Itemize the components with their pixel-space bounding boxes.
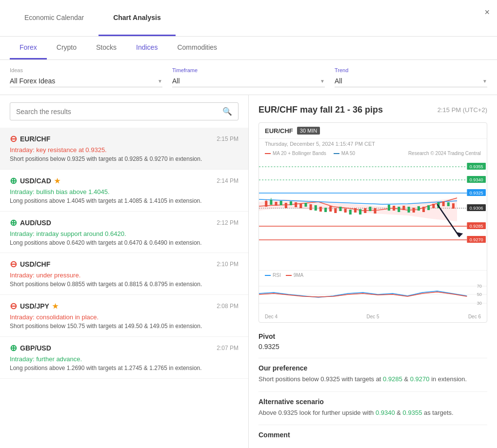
chart-area: 0.9355 0.9340 0.9325 0.9306 0.9285 [259, 158, 487, 270]
search-box[interactable]: 🔍 [10, 102, 239, 120]
search-input[interactable] [16, 108, 222, 116]
timeframe-label: Timeframe [172, 67, 325, 73]
list-item-header: ⊖ EUR/CHF 2:15 PM [10, 134, 239, 144]
svg-rect-21 [319, 207, 322, 212]
list-item[interactable]: ⊕ GBP/USD 2:07 PM Intraday: further adva… [0, 337, 248, 379]
star-icon: ★ [54, 177, 60, 185]
svg-text:0.9270: 0.9270 [470, 237, 483, 242]
right-header: EUR/CHF may fall 21 - 36 pips 2:15 PM (U… [258, 105, 487, 115]
modal-container: Economic Calendar Chart Analysis × Forex… [0, 0, 497, 448]
list-item-time: 2:08 PM [217, 303, 239, 310]
svg-rect-14 [285, 203, 287, 208]
svg-rect-26 [344, 209, 347, 213]
star-icon: ★ [52, 302, 59, 310]
ideas-arrow: ▼ [158, 78, 162, 84]
legend-ma50: MA 50 [334, 151, 355, 156]
svg-text:0.9355: 0.9355 [470, 164, 483, 169]
svg-text:0.9306: 0.9306 [470, 206, 483, 211]
filters: Ideas All Forex Ideas ▼ Timeframe All ▼ … [0, 60, 497, 95]
list-item[interactable]: ⊖ EUR/CHF 2:15 PM Intraday: key resistan… [0, 128, 248, 170]
svg-rect-22 [324, 208, 327, 212]
main-content: 🔍 ⊖ EUR/CHF 2:15 PM Intraday: key resist… [0, 95, 497, 448]
svg-rect-13 [280, 201, 282, 205]
list-item-desc: Long positions above 1.2690 with targets… [10, 364, 239, 372]
ideas-select[interactable]: All Forex Ideas ▼ [10, 75, 162, 87]
svg-rect-27 [349, 210, 352, 214]
preference-section: Our preference Short positions below 0.9… [258, 364, 487, 384]
svg-rect-18 [304, 203, 307, 207]
svg-rect-36 [402, 206, 405, 210]
chart-date-2: Dec 5 [366, 314, 379, 319]
trend-select[interactable]: All ▼ [335, 75, 487, 87]
divider [258, 425, 487, 425]
svg-rect-32 [374, 208, 377, 214]
alternative-section: Alternative scenario Above 0.9325 look f… [258, 398, 487, 418]
trend-arrow: ▼ [482, 78, 487, 84]
search-icon: 🔍 [222, 107, 232, 116]
svg-rect-42 [432, 204, 435, 208]
ideas-filter: Ideas All Forex Ideas ▼ [10, 67, 162, 87]
list-item-trend: Intraday: further advance. [10, 355, 239, 363]
legend-dot-blue [334, 153, 339, 154]
alt-highlight1: 0.9340 [376, 409, 395, 416]
list-item[interactable]: ⊖ USD/CHF 2:10 PM Intraday: under pressu… [0, 253, 248, 295]
list-item-trend: Intraday: bullish bias above 1.4045. [10, 188, 239, 195]
divider [258, 358, 487, 358]
svg-rect-25 [339, 207, 341, 211]
list-item-header: ⊕ USD/CAD ★ 2:14 PM [10, 175, 239, 186]
svg-rect-45 [447, 202, 450, 206]
header-tab-chart-analysis[interactable]: Chart Analysis [99, 0, 176, 36]
list-item-pair: ⊖ EUR/CHF [10, 134, 50, 144]
list-item-time: 2:07 PM [217, 345, 239, 351]
list-item-time: 2:12 PM [217, 219, 239, 226]
svg-rect-39 [417, 206, 420, 211]
trend-icon-down: ⊖ [10, 134, 17, 144]
rsi-label: RSI [265, 273, 281, 278]
list-item-pair: ⊕ USD/CAD ★ [10, 175, 60, 186]
list-item[interactable]: ⊖ USD/JPY ★ 2:08 PM Intraday: consolidat… [0, 295, 248, 337]
list-item[interactable]: ⊕ AUD/USD 2:12 PM Intraday: intraday sup… [0, 212, 248, 253]
svg-text:50: 50 [477, 292, 482, 297]
comment-section: Comment [258, 431, 487, 439]
chart-header: EUR/CHF 30 MIN [259, 123, 487, 139]
chart-timeframe: 30 MIN [297, 127, 320, 135]
timeframe-arrow: ▼ [320, 78, 325, 84]
nav-tab-stocks[interactable]: Stocks [86, 37, 126, 59]
divider [258, 391, 487, 392]
list-item[interactable]: ⊕ USD/CAD ★ 2:14 PM Intraday: bullish bi… [0, 170, 248, 212]
chart-date-1: Dec 4 [265, 314, 278, 319]
trend-value: All [335, 77, 342, 85]
pivot-label: Pivot [258, 332, 487, 340]
list-item-desc: Short positions below 150.75 with target… [10, 322, 239, 331]
svg-text:70: 70 [477, 284, 482, 289]
svg-rect-12 [275, 202, 277, 206]
header-tab-economic-calendar[interactable]: Economic Calendar [10, 0, 99, 36]
list-item-pair: ⊕ AUD/USD [10, 217, 51, 228]
chart-date-3: Dec 6 [468, 314, 481, 319]
legend-ma20: MA 20 + Bollinger Bands [265, 151, 326, 156]
pivot-section: Pivot 0.9325 [258, 332, 487, 351]
list-item-trend: Intraday: key resistance at 0.9325. [10, 146, 239, 154]
nav-tab-indices[interactable]: Indices [126, 37, 167, 59]
chart-date: Thursday, December 5, 2024 1:15:47 PM CE… [259, 139, 487, 149]
legend-ma50-label: MA 50 [341, 151, 355, 156]
nav-tab-commodities[interactable]: Commodities [167, 37, 227, 59]
trend-filter: Trend All ▼ [335, 67, 487, 87]
nav-tab-crypto[interactable]: Crypto [47, 37, 86, 59]
trend-icon-down: ⊖ [10, 301, 17, 312]
nav-tab-forex[interactable]: Forex [10, 37, 47, 59]
svg-rect-44 [442, 201, 445, 206]
svg-rect-31 [369, 207, 371, 211]
rsi-legend: RSI 9MA [259, 272, 487, 279]
close-button[interactable]: × [484, 7, 490, 18]
list-item-desc: Long positions above 0.6420 with targets… [10, 239, 239, 247]
svg-rect-16 [295, 202, 297, 207]
svg-rect-33 [388, 205, 390, 211]
header: Economic Calendar Chart Analysis × [0, 0, 497, 37]
timeframe-select[interactable]: All ▼ [172, 75, 325, 87]
list-item-header: ⊕ GBP/USD 2:07 PM [10, 343, 239, 353]
sma-label: 9MA [286, 273, 304, 278]
pref-highlight2: 0.9270 [410, 375, 430, 383]
list-item-time: 2:14 PM [217, 177, 239, 184]
timeframe-value: All [172, 77, 180, 85]
